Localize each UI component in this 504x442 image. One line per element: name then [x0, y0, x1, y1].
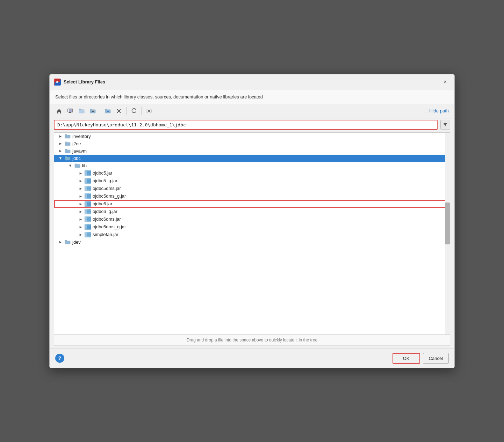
help-button[interactable]: ? [55, 354, 64, 363]
select-library-files-dialog: Select Library Files × Select files or d… [49, 74, 455, 368]
dialog-title: Select Library Files [64, 79, 105, 84]
tree-item[interactable]: ► jdev [54, 238, 450, 246]
item-label: simplefan.jar [93, 232, 118, 237]
expand-arrow[interactable]: ► [57, 149, 64, 153]
folder-icon [74, 163, 81, 168]
svg-rect-73 [85, 224, 87, 229]
svg-rect-66 [85, 217, 87, 222]
scrollbar-thumb[interactable] [445, 202, 450, 244]
delete-button[interactable] [114, 106, 124, 116]
item-label: jdbc [72, 156, 81, 161]
svg-rect-52 [85, 201, 87, 206]
jar-icon [84, 216, 91, 222]
separator-3 [141, 107, 142, 115]
svg-rect-7 [69, 113, 72, 113]
tree-item[interactable]: ► inventory [54, 133, 450, 140]
tree-item[interactable]: ► ojdbc5dms_g.jar [54, 192, 450, 200]
tree-item[interactable]: ► simplefan.jar [54, 231, 450, 238]
svg-point-2 [56, 81, 58, 83]
folder-icon [64, 134, 71, 139]
tree-item[interactable]: ► ojdbc6dms_g.jar [54, 223, 450, 231]
tree-item[interactable]: ► ojdbc6dms.jar [54, 215, 450, 223]
item-label: j2ee [72, 141, 81, 146]
expand-arrow[interactable]: ► [57, 240, 64, 244]
expand-arrow[interactable]: ▼ [57, 156, 64, 160]
jar-icon [84, 178, 91, 184]
tree-item[interactable]: ► ojdbc5_g.jar [54, 177, 450, 185]
ok-button[interactable]: OK [393, 353, 420, 364]
path-input[interactable] [55, 120, 437, 129]
expand-arrow[interactable]: ► [77, 209, 84, 214]
expand-arrow[interactable]: ► [77, 179, 84, 183]
footer-right: OK Cancel [393, 353, 449, 364]
toolbar-buttons [54, 106, 154, 116]
computer-button[interactable] [65, 106, 75, 116]
item-label: ojdbc5dms.jar [93, 186, 121, 191]
svg-rect-14 [146, 110, 149, 112]
refresh-button[interactable] [129, 106, 139, 116]
svg-rect-31 [85, 178, 87, 183]
svg-marker-17 [444, 123, 447, 126]
item-label: jdev [72, 240, 81, 245]
tree-item[interactable]: ► ojdbc5dms.jar [54, 185, 450, 192]
svg-marker-3 [57, 109, 62, 113]
description-text: Select files or directories in which lib… [50, 90, 454, 104]
tree-item[interactable]: ▼ jdbc [54, 155, 450, 162]
drag-hint: Drag and drop a file into the space abov… [54, 335, 450, 346]
item-label: ojdbc5.jar [93, 170, 112, 176]
path-input-wrapper [54, 120, 438, 130]
link-button[interactable] [144, 106, 154, 116]
svg-rect-38 [85, 186, 87, 191]
svg-rect-6 [69, 112, 71, 113]
item-label: ojdbc6.jar [93, 201, 112, 206]
folder-icon [64, 148, 71, 153]
svg-rect-59 [85, 209, 87, 214]
expand-arrow[interactable]: ► [77, 217, 84, 221]
separator-1 [100, 107, 100, 115]
svg-rect-80 [85, 232, 87, 237]
folder-icon [64, 240, 71, 244]
file-tree: ► inventory► j2ee► javavm▼ jdbc▼ lib► oj… [54, 132, 450, 335]
svg-rect-15 [149, 110, 152, 112]
title-bar-left: Select Library Files [54, 79, 105, 86]
item-label: lib [82, 163, 87, 168]
close-button[interactable]: × [440, 77, 450, 87]
tree-item[interactable]: ► ojdbc6_g.jar [54, 208, 450, 215]
tree-item[interactable]: ▼ lib [54, 162, 450, 169]
svg-rect-5 [69, 109, 72, 112]
cancel-button[interactable]: Cancel [423, 353, 449, 364]
title-bar: Select Library Files × [50, 74, 454, 90]
tree-item[interactable]: ► j2ee [54, 140, 450, 147]
svg-rect-24 [85, 171, 87, 176]
hide-path-button[interactable]: Hide path [428, 108, 450, 114]
home-button[interactable] [54, 106, 64, 116]
tree-item[interactable]: ► ojdbc5.jar [54, 169, 450, 177]
expand-arrow[interactable]: ► [77, 186, 84, 191]
jar-icon [84, 170, 91, 176]
expand-arrow[interactable]: ► [77, 233, 84, 237]
footer-left: ? [55, 354, 64, 363]
item-label: javavm [72, 148, 87, 154]
jar-icon [84, 232, 91, 237]
expand-arrow[interactable]: ► [57, 134, 64, 138]
jar-icon [84, 201, 91, 207]
expand-arrow[interactable]: ► [77, 225, 84, 229]
expand-arrow[interactable]: ► [77, 171, 84, 175]
scrollbar-track[interactable] [445, 133, 450, 334]
svg-rect-45 [85, 194, 87, 199]
folder-up-button[interactable] [87, 106, 98, 116]
expand-arrow[interactable]: ▼ [67, 163, 74, 168]
tree-item[interactable]: ► javavm [54, 147, 450, 155]
tree-item[interactable]: ► ojdbc6.jar [54, 200, 450, 208]
item-label: ojdbc5_g.jar [93, 178, 117, 183]
jar-icon [84, 186, 91, 191]
expand-arrow[interactable]: ► [77, 202, 84, 206]
path-dropdown-button[interactable] [440, 120, 450, 130]
jar-icon [84, 193, 91, 199]
toolbar: Hide path [50, 104, 454, 118]
expand-arrow[interactable]: ► [57, 141, 64, 146]
path-bar [50, 118, 454, 132]
expand-arrow[interactable]: ► [77, 194, 84, 198]
new-folder-button[interactable] [102, 106, 113, 116]
folder-open-button[interactable] [76, 106, 87, 116]
